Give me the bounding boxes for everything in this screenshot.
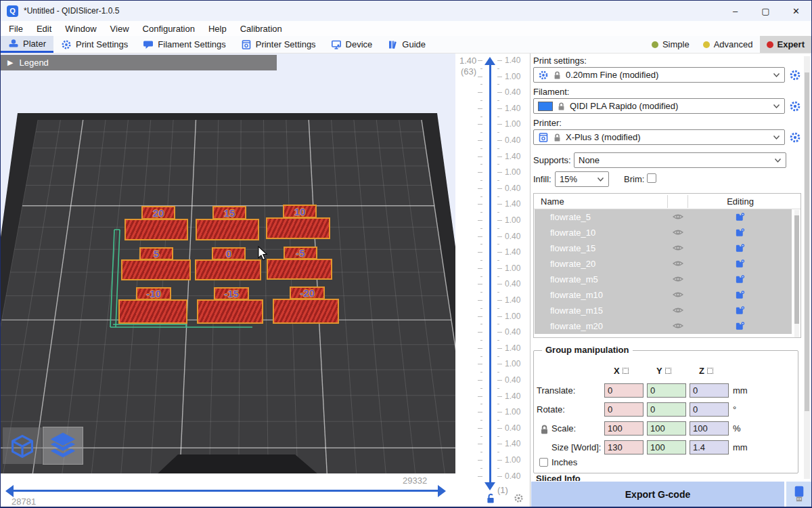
manip-input[interactable] — [647, 383, 686, 398]
ruler-tick — [497, 117, 499, 117]
object-list-row[interactable]: flowrate_m10 — [535, 287, 792, 303]
object-list-row[interactable]: flowrate_15 — [535, 240, 792, 256]
axis-letter: Z — [699, 366, 704, 376]
preview-view-button[interactable] — [43, 427, 83, 464]
ruler-tick — [480, 324, 482, 324]
column-header-editing[interactable]: Editing — [717, 196, 764, 207]
layer-slider-track[interactable] — [489, 64, 491, 483]
ruler-tick — [497, 372, 499, 373]
object-list-row[interactable]: flowrate_m15 — [535, 303, 792, 318]
printer-value: X-Plus 3 (modified) — [566, 132, 641, 142]
menu-item-view[interactable]: View — [104, 24, 136, 34]
edit-object-icon[interactable] — [735, 243, 745, 256]
layer-slider-lower-handle[interactable] — [484, 482, 495, 490]
filament-combo[interactable]: QIDI PLA Rapido (modified) — [533, 98, 785, 114]
legend-bar[interactable]: ▶ Legend — [1, 55, 277, 70]
manip-input[interactable] — [647, 402, 686, 417]
manip-input[interactable] — [690, 383, 729, 398]
object-list-row[interactable]: flowrate_20 — [535, 256, 792, 272]
manip-input[interactable] — [647, 440, 686, 454]
infill-combo[interactable]: 15% — [555, 171, 609, 187]
ruler-tick — [480, 452, 482, 452]
manip-input[interactable] — [604, 383, 644, 398]
visibility-eye-icon[interactable] — [673, 212, 683, 224]
menu-item-calibration[interactable]: Calibration — [233, 24, 289, 34]
ruler-tick — [497, 292, 499, 293]
mode-expert[interactable]: Expert — [760, 36, 811, 53]
viewport-3d[interactable]: 20151050-5-10-15-20 ▶ Legend — [1, 54, 455, 508]
ruler-tick — [497, 460, 502, 461]
edit-object-icon[interactable] — [735, 274, 745, 287]
move-slider-right-handle[interactable] — [438, 485, 446, 497]
supports-combo[interactable]: None — [574, 152, 786, 168]
uniform-scale-lock-icon[interactable] — [539, 424, 549, 435]
printer-combo[interactable]: X-Plus 3 (modified) — [533, 129, 785, 145]
manip-input[interactable] — [604, 421, 644, 436]
layer-slider-upper-handle[interactable] — [484, 57, 495, 65]
maximize-button[interactable]: ▢ — [750, 1, 781, 21]
object-list-scrollbar[interactable] — [794, 210, 799, 337]
mode-simple[interactable]: Simple — [645, 36, 696, 53]
move-slider-track[interactable] — [13, 490, 438, 492]
ruler-tick-label: 1.00 — [505, 263, 520, 273]
menu-item-window[interactable]: Window — [58, 24, 103, 34]
edit-object-icon[interactable] — [735, 228, 745, 240]
menu-item-file[interactable]: File — [2, 24, 30, 34]
edit-object-icon[interactable] — [735, 259, 745, 272]
scrollbar-thumb[interactable] — [805, 72, 809, 411]
manip-input[interactable] — [690, 440, 729, 454]
inches-checkbox[interactable] — [539, 458, 548, 467]
close-button[interactable]: ✕ — [781, 1, 811, 21]
edit-object-icon[interactable] — [735, 305, 745, 318]
column-header-name[interactable]: Name — [541, 196, 564, 207]
visibility-eye-icon[interactable] — [673, 243, 683, 255]
tab-printer-settings[interactable]: Printer Settings — [233, 36, 323, 53]
layer-range-lock-icon[interactable] — [485, 492, 496, 504]
manip-input[interactable] — [690, 421, 729, 436]
tab-plater[interactable]: Plater — [1, 36, 53, 53]
axis-letter: X — [614, 366, 620, 376]
visibility-eye-icon[interactable] — [673, 259, 683, 271]
brim-checkbox[interactable] — [647, 173, 656, 183]
export-gcode-button[interactable]: Export G-code — [531, 482, 784, 507]
print-settings-gear-icon[interactable] — [789, 69, 801, 81]
object-list-row[interactable]: flowrate_m5 — [535, 272, 792, 287]
object-list-row[interactable]: flowrate_m20 — [535, 318, 792, 334]
object-list-row[interactable]: flowrate_10 — [535, 225, 792, 240]
edit-object-icon[interactable] — [735, 212, 745, 225]
minimize-button[interactable]: – — [720, 1, 750, 21]
visibility-eye-icon[interactable] — [673, 228, 683, 240]
editor-view-button[interactable] — [3, 427, 42, 464]
filament-gear-icon[interactable] — [789, 100, 801, 112]
manip-input[interactable] — [690, 402, 729, 417]
app-logo-icon: Q — [7, 5, 18, 17]
ruler-tick — [497, 412, 502, 412]
ruler-tick — [497, 204, 502, 205]
export-to-usb-button[interactable] — [786, 482, 811, 507]
print-settings-combo[interactable]: 0.20mm Fine (modified) — [533, 67, 785, 83]
menu-item-edit[interactable]: Edit — [30, 24, 58, 34]
edit-object-icon[interactable] — [735, 290, 745, 303]
visibility-eye-icon[interactable] — [673, 290, 683, 302]
legend-label: Legend — [19, 58, 48, 68]
visibility-eye-icon[interactable] — [673, 274, 683, 287]
tab-print-settings[interactable]: Print Settings — [53, 36, 135, 53]
printer-gear-icon[interactable] — [789, 131, 801, 144]
panel-scrollbar[interactable] — [804, 56, 810, 479]
tab-filament-settings[interactable]: Filament Settings — [135, 36, 233, 53]
layer-slider-settings-icon[interactable] — [514, 493, 524, 503]
visibility-eye-icon[interactable] — [673, 305, 683, 318]
manip-input[interactable] — [604, 440, 644, 454]
mode-advanced[interactable]: Advanced — [696, 36, 760, 53]
menu-item-configuration[interactable]: Configuration — [136, 24, 202, 34]
scrollbar-thumb[interactable] — [794, 215, 799, 324]
visibility-eye-icon[interactable] — [673, 321, 683, 333]
manip-input[interactable] — [647, 421, 686, 436]
menu-item-help[interactable]: Help — [202, 24, 233, 34]
object-list-row[interactable]: flowrate_5 — [535, 209, 792, 225]
tab-guide[interactable]: Guide — [380, 36, 433, 53]
manip-input[interactable] — [604, 402, 644, 417]
tab-device[interactable]: Device — [323, 36, 380, 53]
edit-object-icon[interactable] — [735, 321, 745, 334]
tab-label: Filament Settings — [158, 39, 225, 49]
